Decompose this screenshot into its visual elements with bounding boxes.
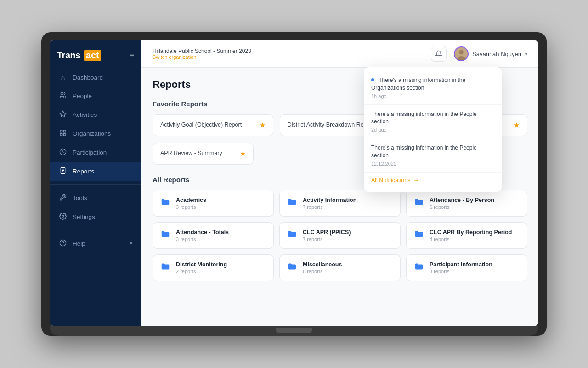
notif-time-1: 2d ago	[371, 127, 494, 132]
activities-icon	[59, 110, 67, 119]
folder-icon-2	[414, 197, 424, 210]
sidebar-label-organizations: Organizations	[73, 130, 111, 137]
avatar-image	[455, 47, 468, 60]
notif-time-2: 12.12.2022	[371, 161, 494, 167]
folder-card-0[interactable]: Academics 3 reports	[153, 190, 274, 217]
participation-icon	[59, 148, 67, 157]
folder-count-3: 3 reports	[176, 236, 229, 242]
sidebar-item-settings[interactable]: Settings	[50, 207, 141, 226]
notif-text-2: There's a missing information in the Peo…	[371, 144, 494, 160]
favorite-report-name-2: APR Review - Summary	[160, 150, 222, 158]
folder-info-2: Attendance - By Person 6 reports	[430, 197, 494, 210]
folder-card-8[interactable]: Participant Information 3 reports	[406, 254, 527, 281]
folder-card-5[interactable]: CLC APR By Reporting Period 4 reports	[406, 222, 527, 249]
favorite-report-2[interactable]: APR Review - Summary ★	[153, 143, 254, 165]
switch-org-link[interactable]: Switch organization	[153, 54, 251, 60]
nav-divider-1	[50, 184, 141, 185]
svg-rect-5	[60, 133, 62, 136]
sidebar-item-help[interactable]: Help ↗	[50, 234, 141, 253]
svg-point-11	[62, 215, 64, 217]
folder-card-2[interactable]: Attendance - By Person 6 reports	[406, 190, 527, 217]
folder-count-8: 3 reports	[430, 269, 492, 274]
organizations-icon	[59, 129, 67, 138]
favorite-report-name-1: District Activity Breakdown Report	[288, 121, 374, 129]
folder-name-8: Participant Information	[430, 261, 492, 268]
folder-card-1[interactable]: Activity Information 7 reports	[279, 190, 401, 217]
svg-point-0	[61, 92, 63, 95]
svg-rect-3	[63, 130, 66, 132]
folder-name-7: Miscellaneous	[303, 261, 342, 268]
folder-icon-3	[160, 229, 170, 242]
star-icon-2[interactable]: ★	[240, 150, 246, 158]
folder-card-4[interactable]: CLC APR (PPICS) 7 reports	[279, 222, 401, 249]
reports-icon	[59, 167, 67, 176]
notification-dropdown: There's a missing information in the Org…	[364, 67, 502, 192]
folder-card-3[interactable]: Attendance - Totals 3 reports	[153, 222, 274, 249]
folder-card-6[interactable]: District Monitoring 2 reports	[153, 254, 274, 281]
sidebar-label-dashboard: Dashboard	[73, 74, 103, 81]
sidebar-nav: ⌂ Dashboard People Activities	[50, 69, 141, 316]
folder-name-2: Attendance - By Person	[430, 197, 494, 203]
folder-name-4: CLC APR (PPICS)	[303, 229, 351, 236]
star-icon-0[interactable]: ★	[260, 121, 266, 129]
user-menu-chevron: ▾	[525, 52, 527, 57]
folder-info-6: District Monitoring 2 reports	[176, 261, 227, 274]
favorite-report-name-0: Activitiy Goal (Objective) Report	[160, 121, 242, 129]
folder-count-4: 7 reports	[303, 236, 351, 242]
sidebar-label-reports: Reports	[73, 168, 94, 175]
nav-divider-2	[50, 230, 141, 230]
sidebar-label-people: People	[73, 92, 92, 99]
folder-icon-8	[414, 261, 424, 274]
folder-count-2: 6 reports	[430, 204, 494, 210]
help-icon	[59, 239, 67, 248]
sidebar: Transact ≡ ⌂ Dashboard People	[50, 40, 141, 326]
all-notifications-link[interactable]: All Notifications →	[364, 172, 502, 188]
notifications-button[interactable]	[431, 46, 447, 62]
screen: Transact ≡ ⌂ Dashboard People	[50, 40, 538, 326]
external-link-icon: ↗	[129, 241, 132, 246]
folder-icon-7	[287, 261, 297, 274]
sidebar-item-reports[interactable]: Reports	[50, 162, 141, 181]
folder-icon-1	[287, 197, 297, 210]
folder-info-5: CLC APR By Reporting Period 4 reports	[430, 229, 512, 242]
folder-count-1: 7 reports	[303, 204, 356, 210]
star-icon-3[interactable]: ★	[514, 121, 520, 129]
svg-rect-4	[63, 133, 66, 136]
notif-text-0: There's a missing information in the Org…	[371, 76, 494, 92]
folder-icon-6	[160, 261, 170, 274]
reports-grid: Academics 3 reports Activity Information…	[153, 190, 527, 281]
sidebar-label-activities: Activities	[73, 111, 97, 118]
sidebar-label-help: Help	[73, 240, 85, 247]
sidebar-item-dashboard[interactable]: ⌂ Dashboard	[50, 69, 141, 86]
folder-name-6: District Monitoring	[176, 261, 227, 268]
folder-name-1: Activity Information	[303, 197, 356, 203]
folder-name-3: Attendance - Totals	[176, 229, 229, 236]
sidebar-item-people[interactable]: People	[50, 86, 141, 105]
dashboard-icon: ⌂	[59, 74, 67, 81]
folder-name-5: CLC APR By Reporting Period	[430, 229, 512, 236]
folder-icon-5	[414, 229, 424, 242]
notif-time-0: 1h ago	[371, 93, 494, 99]
folder-info-7: Miscellaneous 6 reports	[303, 261, 342, 274]
folder-count-6: 2 reports	[176, 269, 227, 274]
main-content: Hillandale Public School - Summer 2023 S…	[141, 40, 538, 326]
people-icon	[59, 92, 67, 100]
folder-card-7[interactable]: Miscellaneous 6 reports	[279, 254, 401, 281]
sidebar-item-participation[interactable]: Participation	[50, 143, 141, 162]
notification-item-0[interactable]: There's a missing information in the Org…	[364, 71, 502, 105]
folder-info-0: Academics 3 reports	[176, 197, 206, 210]
notification-item-1[interactable]: There's a missing information in the Peo…	[364, 105, 502, 139]
folder-icon-0	[160, 197, 170, 210]
folder-count-5: 4 reports	[430, 236, 512, 242]
top-bar: Hillandale Public School - Summer 2023 S…	[141, 40, 538, 68]
top-bar-right: Savannah Nguyen ▾	[431, 46, 527, 62]
sidebar-item-tools[interactable]: Tools	[50, 189, 141, 207]
sidebar-item-activities[interactable]: Activities	[50, 105, 141, 124]
folder-count-7: 6 reports	[303, 269, 342, 274]
sidebar-item-organizations[interactable]: Organizations	[50, 124, 141, 143]
favorite-report-0[interactable]: Activitiy Goal (Objective) Report ★	[153, 114, 273, 136]
sidebar-collapse-button[interactable]: ≡	[130, 52, 134, 60]
user-menu-button[interactable]: Savannah Nguyen ▾	[454, 46, 527, 61]
svg-marker-1	[60, 111, 66, 117]
notification-item-2[interactable]: There's a missing information in the Peo…	[364, 138, 502, 172]
